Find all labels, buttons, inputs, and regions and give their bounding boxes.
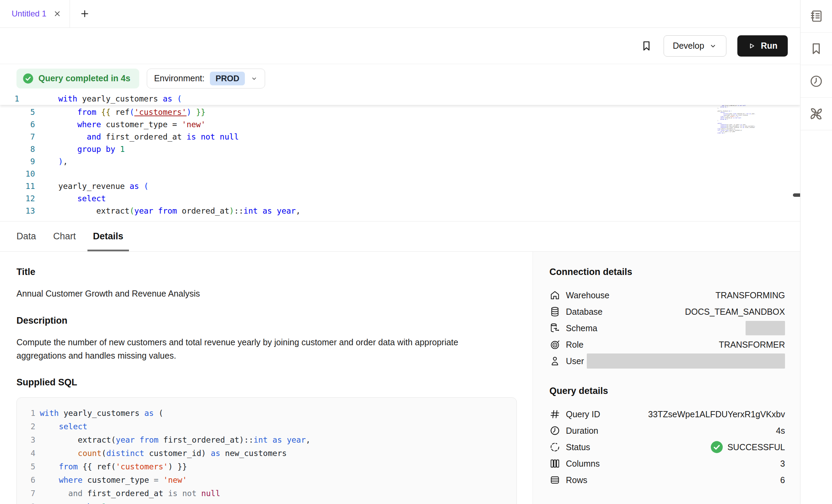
environment-label: Environment: [154, 73, 204, 83]
line-number: 11 [0, 180, 38, 192]
code-text: and first_ordered_at is not null [40, 487, 220, 500]
code-text: group by 1 [40, 500, 106, 504]
detail-label: Columns [566, 459, 600, 469]
detail-value: 33TZseWpe1ALFDUYerxR1gVKxbv [648, 409, 785, 419]
develop-dropdown[interactable]: Develop [664, 35, 727, 57]
code-line: 8 group by 1 [0, 143, 800, 155]
role-icon [549, 339, 560, 350]
line-number: 12 [0, 192, 38, 205]
run-label: Run [761, 41, 777, 51]
code-text: ), [38, 155, 68, 168]
database-icon [549, 306, 560, 317]
tab-details[interactable]: Details [87, 221, 129, 251]
result-tabs: DataChartDetails [0, 221, 800, 252]
detail-value: 6 [780, 475, 785, 485]
code-text [38, 168, 58, 180]
code-line: 6 where customer_type = 'new' [23, 473, 516, 487]
environment-value-chip: PROD [210, 72, 245, 85]
detail-row-query-id: Query ID33TZseWpe1ALFDUYerxR1gVKxbv [549, 406, 785, 422]
chevron-down-icon [709, 42, 717, 50]
code-line: 2 select [23, 420, 516, 433]
code-text: and first_ordered_at is not null [38, 131, 239, 143]
detail-label: Role [566, 340, 583, 350]
line-number: 5 [23, 460, 35, 473]
line-number: 4 [23, 447, 35, 460]
description-header: Description [16, 315, 533, 326]
tab-data[interactable]: Data [11, 221, 41, 251]
bookmark-icon[interactable] [640, 40, 653, 52]
code-line: 9), [0, 155, 800, 168]
environment-selector[interactable]: Environment: PROD [147, 69, 265, 88]
redacted-value [746, 321, 785, 335]
code-text: count(distinct customer_id) as new_custo… [40, 447, 287, 460]
detail-label: Schema [566, 323, 597, 333]
tab-untitled-1[interactable]: Untitled 1 [0, 0, 70, 27]
code-text: where customer_type = 'new' [38, 118, 205, 131]
title-header: Title [16, 267, 533, 277]
develop-label: Develop [673, 41, 704, 51]
rail-button-history[interactable] [800, 65, 832, 98]
code-line: 5 from {{ ref('customers') }} [23, 460, 516, 473]
code-line: 13 extract(year from ordered_at)::int as… [0, 205, 800, 217]
line-number: 8 [0, 143, 38, 155]
detail-row-rows: Rows6 [549, 472, 785, 488]
connection-details-header: Connection details [549, 267, 785, 277]
code-text: with yearly_customers as ( [40, 407, 163, 420]
code-editor[interactable]: 1with yearly_customers as (5 from {{ ref… [0, 93, 800, 221]
rail-button-bookmarks[interactable] [800, 33, 832, 65]
query-description: Compute the number of new customers and … [16, 336, 497, 362]
code-line: 1with yearly_customers as ( [23, 407, 516, 420]
editor-lines: 1with yearly_customers as (5 from {{ ref… [0, 93, 800, 217]
line-number: 1 [0, 93, 22, 105]
detail-label: User [566, 356, 584, 366]
run-button[interactable]: Run [737, 35, 788, 57]
user-icon [549, 356, 560, 367]
detail-row-warehouse: WarehouseTRANSFORMING [549, 287, 785, 303]
right-icon-rail [800, 0, 832, 504]
detail-row-columns: Columns3 [549, 455, 785, 472]
rail-button-notebook[interactable] [800, 0, 832, 33]
query-title: Annual Customer Growth and Revenue Analy… [16, 287, 497, 300]
hash-icon [549, 409, 560, 420]
query-status-text: Query completed in 4s [38, 73, 130, 83]
code-text: with yearly_customers as ( [22, 93, 182, 105]
detail-value: TRANSFORMER [719, 340, 785, 350]
detail-row-role: RoleTRANSFORMER [549, 336, 785, 353]
spinner-icon [549, 442, 560, 453]
code-text: select [38, 192, 106, 205]
detail-row-status: StatusSUCCESSFUL [549, 439, 785, 455]
connection-details-list: WarehouseTRANSFORMINGDatabaseDOCS_TEAM_S… [549, 287, 785, 369]
play-icon [748, 42, 756, 50]
schema-icon [549, 323, 560, 334]
editor-scrollbar-thumb[interactable] [793, 193, 800, 197]
code-line: 8 group by 1 [23, 500, 516, 504]
check-circle-icon [710, 441, 723, 454]
line-number: 2 [23, 420, 35, 433]
code-line: 6 where customer_type = 'new' [0, 118, 800, 131]
line-number: 7 [23, 487, 35, 500]
line-number: 6 [23, 473, 35, 487]
warehouse-icon [549, 290, 560, 301]
close-icon[interactable] [53, 10, 61, 18]
rail-button-app-logo[interactable] [800, 98, 832, 130]
new-tab-button[interactable] [70, 0, 99, 27]
code-text: select [40, 420, 87, 433]
detail-row-user: User [549, 353, 785, 369]
code-text: extract(year from ordered_at)::int as ye… [38, 205, 300, 217]
line-number: 10 [0, 168, 38, 180]
query-details-header: Query details [549, 386, 785, 396]
tab-chart[interactable]: Chart [48, 221, 81, 251]
chevron-down-icon [250, 75, 258, 82]
detail-value: SUCCESSFUL [727, 442, 785, 452]
code-line: 11yearly_revenue as ( [0, 180, 800, 192]
line-number: 7 [0, 131, 38, 143]
detail-row-database: DatabaseDOCS_TEAM_SANDBOX [549, 303, 785, 320]
status-row: Query completed in 4s Environment: PROD [0, 64, 800, 93]
tab-label: Untitled 1 [12, 9, 46, 19]
detail-label: Status [566, 442, 590, 452]
code-line: 5 from {{ ref('customers') }} [0, 106, 800, 118]
code-line: 10 [0, 168, 800, 180]
columns-icon [549, 458, 560, 469]
tab-bar: Untitled 1 [0, 0, 800, 28]
detail-row-schema: Schema [549, 320, 785, 336]
